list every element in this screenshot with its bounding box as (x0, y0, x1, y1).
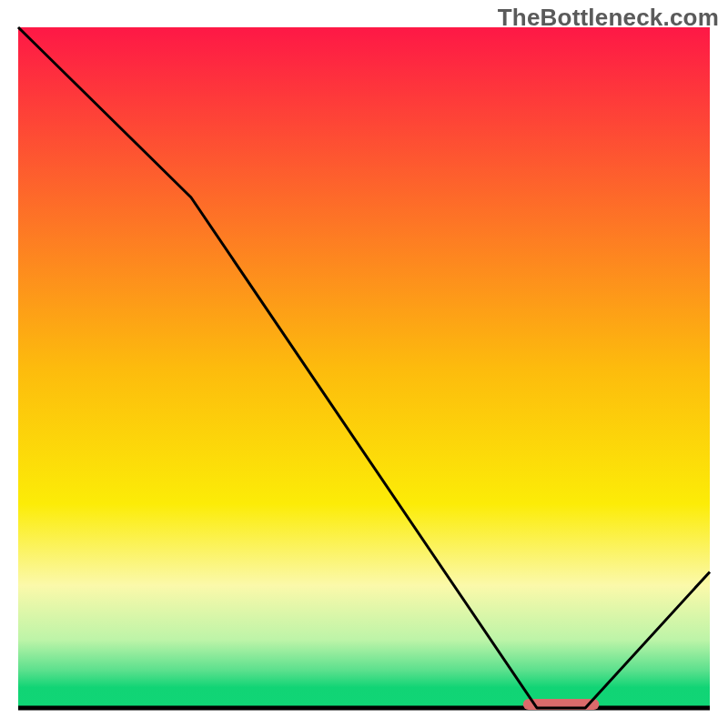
bottleneck-chart (0, 0, 728, 728)
watermark-text: TheBottleneck.com (498, 4, 719, 32)
chart-stage: TheBottleneck.com (0, 0, 728, 728)
